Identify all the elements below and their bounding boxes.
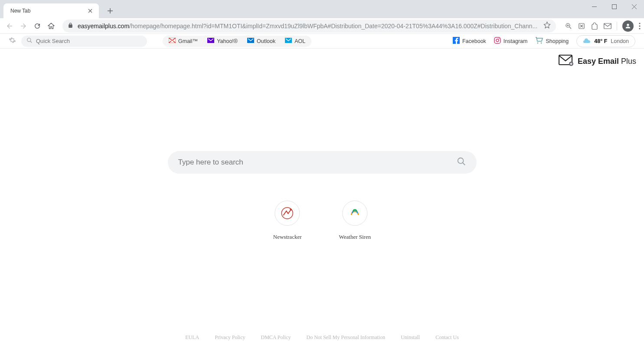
maximize-button[interactable] (604, 0, 624, 13)
svg-rect-15 (494, 37, 500, 43)
gear-icon[interactable] (9, 36, 16, 46)
svg-point-22 (458, 158, 463, 164)
svg-rect-1 (612, 4, 616, 9)
main-search-box[interactable] (168, 151, 477, 174)
svg-point-7 (639, 25, 640, 26)
home-button[interactable] (45, 20, 57, 32)
window-close-button[interactable] (624, 0, 644, 13)
yahoo-link[interactable]: Yahoo!® (207, 38, 238, 44)
footer-contact[interactable]: Contact Us (435, 334, 459, 341)
search-icon (26, 37, 33, 45)
weather-location: London (611, 38, 629, 44)
extension-icon-2[interactable] (591, 22, 598, 30)
url-text: easyemailplus.com/homepage/homepage.html… (78, 23, 540, 30)
shortcut-weather-siren[interactable]: Weather Siren (339, 201, 371, 241)
new-tab-button[interactable] (104, 5, 116, 17)
footer-uninstall[interactable]: Uninstall (401, 334, 420, 341)
cloud-icon (583, 37, 591, 45)
weather-widget[interactable]: 48° F London (576, 35, 635, 47)
brand-mail-icon (559, 55, 574, 68)
shortcut-label: Newstracker (273, 234, 302, 241)
shortcut-label: Weather Siren (339, 234, 371, 241)
footer-privacy[interactable]: Privacy Policy (215, 334, 245, 341)
shortcut-newstracker[interactable]: Newstracker (273, 201, 302, 241)
svg-point-16 (496, 39, 499, 42)
weather-siren-icon (342, 201, 367, 226)
toolbar-right (565, 20, 641, 32)
svg-point-9 (27, 38, 31, 41)
profile-avatar[interactable] (622, 20, 634, 32)
minimize-button[interactable] (584, 0, 604, 13)
aol-label: AOL (294, 38, 305, 44)
gmail-icon (169, 38, 176, 44)
lock-icon (68, 22, 73, 30)
zoom-icon[interactable] (565, 22, 572, 30)
weather-temp: 48° F (594, 38, 607, 44)
forward-button[interactable] (17, 20, 29, 32)
quick-search-input[interactable] (36, 38, 142, 44)
browser-toolbar: easyemailplus.com/homepage/homepage.html… (0, 18, 644, 34)
email-links-group: Gmail™ Yahoo!® Outlook AOL (163, 36, 311, 47)
toolbar-divider (617, 22, 617, 30)
footer-eula[interactable]: EULA (185, 334, 199, 341)
footer-dmca[interactable]: DMCA Policy (261, 334, 291, 341)
main-search-input[interactable] (178, 158, 457, 167)
extension-bar-right: Facebook Instagram Shopping 48° F London (453, 35, 635, 47)
bookmark-star-icon[interactable] (543, 21, 551, 30)
chrome-menu-icon[interactable] (639, 23, 641, 30)
svg-rect-0 (592, 7, 597, 7)
facebook-label: Facebook (462, 38, 486, 44)
address-bar[interactable]: easyemailplus.com/homepage/homepage.html… (62, 20, 556, 33)
back-button[interactable] (3, 20, 16, 32)
yahoo-icon (207, 38, 214, 44)
svg-point-18 (537, 43, 539, 44)
mail-extension-icon[interactable] (604, 23, 611, 29)
reload-button[interactable] (31, 20, 43, 32)
instagram-icon (494, 37, 501, 45)
shopping-link[interactable]: Shopping (535, 37, 569, 45)
facebook-icon (453, 37, 460, 45)
aol-icon (285, 38, 292, 44)
instagram-label: Instagram (503, 38, 528, 44)
footer-links: EULA Privacy Policy DMCA Policy Do Not S… (185, 334, 459, 341)
footer-do-not-sell[interactable]: Do Not Sell My Personal Information (307, 334, 386, 341)
svg-point-6 (639, 23, 640, 24)
gmail-link[interactable]: Gmail™ (169, 38, 198, 44)
browser-tab[interactable]: New Tab (3, 3, 99, 18)
browser-titlebar: New Tab (0, 0, 644, 18)
window-controls (584, 0, 644, 13)
brand-logo: Easy Email Plus (559, 55, 636, 68)
instagram-link[interactable]: Instagram (494, 37, 528, 45)
main-search-icon[interactable] (457, 157, 466, 168)
facebook-link[interactable]: Facebook (453, 37, 486, 45)
extension-icon-1[interactable] (578, 22, 585, 30)
shopping-cart-icon (535, 37, 543, 45)
svg-point-8 (639, 28, 640, 29)
tab-title: New Tab (10, 8, 87, 14)
outlook-link[interactable]: Outlook (247, 38, 275, 44)
aol-link[interactable]: AOL (285, 38, 305, 44)
newstracker-icon (275, 201, 300, 226)
quick-search-box[interactable] (21, 36, 147, 47)
outlook-icon (247, 38, 254, 44)
brand-text: Easy Email Plus (578, 57, 636, 66)
svg-point-17 (499, 38, 500, 39)
yahoo-label: Yahoo!® (217, 38, 238, 44)
svg-rect-4 (604, 23, 611, 29)
close-tab-icon[interactable] (87, 7, 94, 14)
shopping-label: Shopping (546, 38, 569, 44)
shortcuts-row: Newstracker Weather Siren (273, 201, 371, 241)
svg-point-19 (541, 43, 542, 44)
outlook-label: Outlook (257, 38, 275, 44)
gmail-label: Gmail™ (178, 38, 198, 44)
svg-point-5 (627, 23, 629, 26)
extension-toolbar: Gmail™ Yahoo!® Outlook AOL Facebook Inst… (0, 34, 644, 49)
